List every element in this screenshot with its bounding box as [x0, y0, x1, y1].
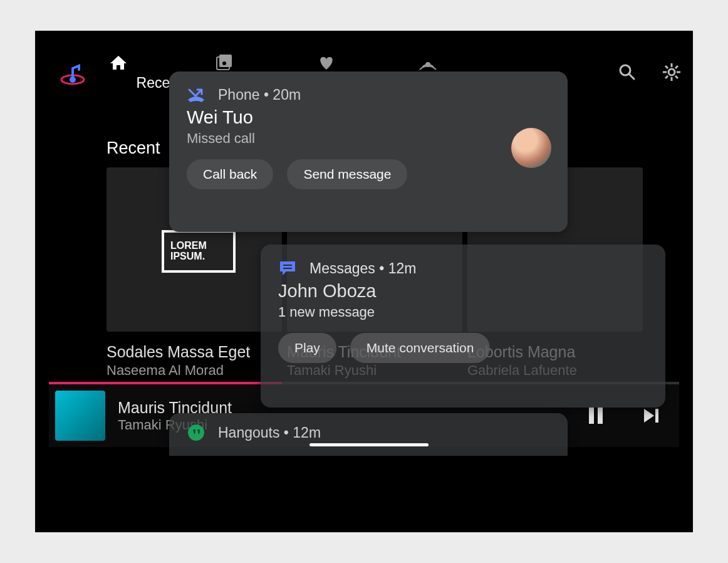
device-frame: Recent: [35, 31, 693, 532]
notification-phone[interactable]: Phone • 20m Wei Tuo Missed call Call bac…: [169, 71, 568, 232]
home-icon: [109, 55, 209, 71]
notification-meta: Messages • 12m: [309, 260, 416, 277]
avatar: [511, 128, 551, 168]
svg-rect-18: [598, 408, 603, 424]
call-back-button[interactable]: Call back: [187, 159, 273, 189]
svg-point-8: [668, 69, 675, 75]
app-logo-icon: [59, 61, 86, 88]
notification-subtitle: Missed call: [169, 128, 568, 147]
svg-line-15: [665, 76, 668, 78]
mute-conversation-button[interactable]: Mute conversation: [350, 333, 491, 363]
svg-rect-17: [589, 408, 594, 424]
svg-line-13: [665, 66, 668, 68]
library-music-icon: [216, 55, 316, 71]
svg-point-4: [222, 61, 226, 65]
pause-icon[interactable]: [588, 406, 604, 425]
messages-icon: [278, 260, 297, 277]
notification-hangouts[interactable]: Hangouts • 12m: [169, 413, 568, 456]
svg-line-14: [675, 76, 678, 78]
notification-title: John Oboza: [261, 281, 665, 302]
send-message-button[interactable]: Send message: [287, 159, 407, 189]
svg-point-1: [70, 76, 76, 83]
album-title: Sodales Massa Eget: [107, 343, 282, 361]
notification-title: Wei Tuo: [169, 107, 568, 128]
album-cover-label: LOREM IPSUM.: [162, 230, 236, 273]
now-playing-cover: [55, 391, 105, 441]
radio-icon: [419, 55, 519, 71]
hangouts-icon: [187, 423, 205, 442]
skip-next-icon[interactable]: [642, 406, 660, 425]
notification-meta: Phone • 20m: [218, 87, 301, 103]
svg-line-16: [675, 66, 678, 68]
notification-messages[interactable]: Messages • 12m John Oboza 1 new message …: [261, 245, 665, 408]
heart-icon: [317, 55, 417, 71]
search-icon[interactable]: [618, 63, 637, 82]
gear-icon[interactable]: [662, 62, 682, 82]
play-button[interactable]: Play: [278, 333, 336, 363]
notification-subtitle: 1 new message: [261, 302, 665, 320]
section-title: Recent: [107, 139, 160, 158]
notification-meta: Hangouts • 12m: [218, 424, 321, 441]
notification-handle[interactable]: [309, 443, 429, 446]
svg-line-7: [629, 74, 634, 79]
missed-call-icon: [187, 87, 205, 103]
svg-rect-19: [655, 409, 658, 423]
album-artist: Naseema Al Morad: [107, 362, 282, 379]
